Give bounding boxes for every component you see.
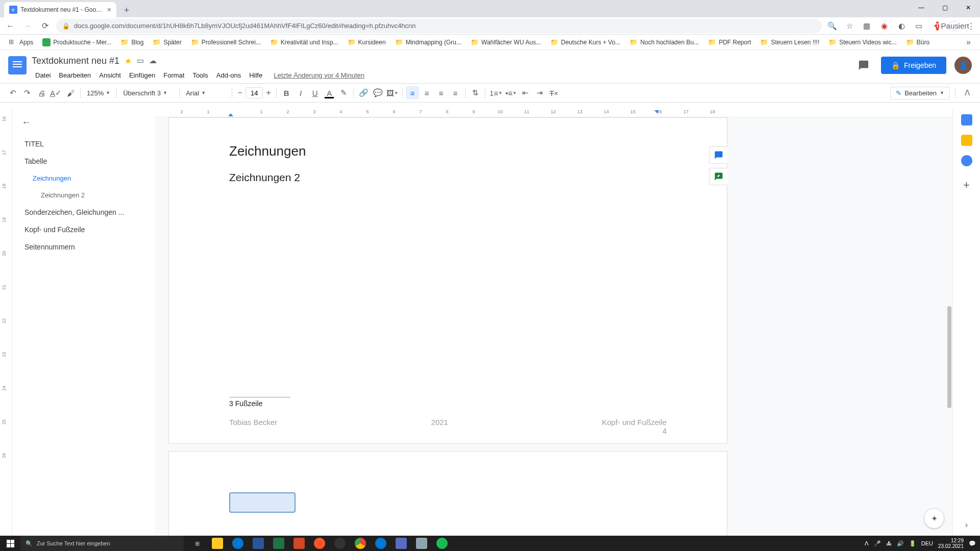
- taskbar-edge-icon[interactable]: [371, 536, 391, 551]
- reload-button[interactable]: ⟳: [39, 20, 51, 32]
- bold-button[interactable]: B: [280, 86, 293, 99]
- align-left-button[interactable]: ≡: [406, 86, 419, 99]
- paragraph-style-select[interactable]: Überschrift 3▼: [120, 86, 176, 99]
- font-size-increase[interactable]: +: [264, 88, 273, 97]
- extension-grey-icon[interactable]: ◐: [896, 21, 906, 31]
- subheading-text[interactable]: Zeichnungen 2: [229, 171, 667, 184]
- align-right-button[interactable]: ≡: [434, 86, 448, 99]
- cast-icon[interactable]: ▭: [914, 21, 924, 31]
- heading-text[interactable]: Zeichnungen: [229, 143, 306, 159]
- taskbar-chrome-icon[interactable]: [350, 536, 371, 551]
- font-size-decrease[interactable]: −: [235, 88, 244, 97]
- bulleted-list-button[interactable]: •≡▼: [504, 86, 518, 99]
- browser-tab[interactable]: ≡ Textdokument neu #1 - Google D ×: [4, 2, 116, 17]
- outline-item[interactable]: Kopf- und Fußzeile: [21, 221, 149, 238]
- undo-button[interactable]: ↶: [6, 86, 19, 99]
- decrease-indent-button[interactable]: ⇤: [519, 86, 532, 99]
- tray-language[interactable]: DEU: [921, 540, 933, 546]
- font-size-value[interactable]: 14: [246, 87, 263, 98]
- menu-format[interactable]: Format: [160, 69, 188, 81]
- tray-network-icon[interactable]: 🖧: [886, 540, 892, 546]
- docs-logo-icon[interactable]: [8, 56, 27, 74]
- outline-item[interactable]: Sonderzeichen, Gleichungen ...: [21, 204, 149, 221]
- tray-battery-icon[interactable]: 🔋: [909, 540, 916, 547]
- bookmark-item[interactable]: Produktsuche - Mer...: [39, 36, 115, 48]
- collapse-toolbar-button[interactable]: ᐱ: [961, 86, 974, 99]
- footer-right-2[interactable]: 4: [663, 427, 667, 435]
- browser-menu-icon[interactable]: ⋮: [966, 21, 976, 31]
- text-color-button[interactable]: A: [323, 86, 336, 99]
- menu-datei[interactable]: Datei: [32, 69, 54, 81]
- taskbar-spotify-icon[interactable]: [432, 536, 452, 551]
- footnote-text[interactable]: 3 Fußzeile: [229, 397, 290, 408]
- document-title[interactable]: Textdokument neu #1: [32, 56, 119, 66]
- close-window-button[interactable]: ✕: [957, 0, 980, 15]
- taskbar-brave-icon[interactable]: [309, 536, 330, 551]
- minimize-button[interactable]: —: [910, 0, 933, 15]
- tray-volume-icon[interactable]: 🔊: [897, 540, 904, 547]
- back-button[interactable]: ←: [4, 20, 16, 32]
- address-bar[interactable]: 🔒 docs.google.com/document/d/1hUH8k6h7Lb…: [56, 19, 822, 33]
- maximize-button[interactable]: ▢: [933, 0, 957, 15]
- add-comment-margin-button[interactable]: [709, 146, 727, 164]
- print-button[interactable]: 🖨: [35, 86, 48, 99]
- taskbar-powerpoint-icon[interactable]: [289, 536, 309, 551]
- increase-indent-button[interactable]: ⇥: [533, 86, 546, 99]
- insert-image-button[interactable]: 🖼▼: [385, 86, 399, 99]
- bookmark-star-icon[interactable]: ☆: [844, 21, 854, 31]
- bookmark-item[interactable]: Kursideen: [344, 36, 389, 48]
- add-addon-button[interactable]: +: [963, 179, 970, 192]
- italic-button[interactable]: I: [294, 86, 307, 99]
- suggest-edit-margin-button[interactable]: [709, 168, 727, 185]
- bookmark-item[interactable]: Mindmapping (Gru...: [391, 36, 465, 48]
- windows-search-box[interactable]: 🔍 Zur Suche Text hier eingeben: [20, 536, 184, 551]
- bookmark-item[interactable]: Kreativität und Insp...: [266, 36, 342, 48]
- footer-right-1[interactable]: Kopf- und Fußzeile: [602, 418, 667, 427]
- bookmarks-overflow-button[interactable]: »: [962, 38, 975, 47]
- line-spacing-button[interactable]: ⇅: [469, 86, 482, 99]
- tray-notifications-icon[interactable]: 💬: [969, 540, 976, 547]
- clear-formatting-button[interactable]: T×: [547, 86, 560, 99]
- menu-ansicht[interactable]: Ansicht: [95, 69, 125, 81]
- calendar-addon-icon[interactable]: [961, 114, 972, 126]
- outline-item[interactable]: TITEL: [21, 135, 149, 153]
- task-view-button[interactable]: ⊞: [187, 536, 207, 551]
- bookmark-item[interactable]: Professionell Schrei...: [187, 36, 264, 48]
- profile-button[interactable]: T Pausiert: [948, 21, 959, 31]
- redo-button[interactable]: ↷: [20, 86, 34, 99]
- star-icon[interactable]: ★: [125, 56, 132, 66]
- user-avatar[interactable]: 👤: [954, 57, 972, 74]
- footer-left[interactable]: Tobias Becker: [229, 418, 277, 435]
- taskbar-word-icon[interactable]: [248, 536, 268, 551]
- bookmark-item[interactable]: Steuern Lesen !!!!: [756, 36, 823, 48]
- tray-clock[interactable]: 12:29 23.02.2021: [938, 538, 964, 549]
- forward-button[interactable]: →: [21, 20, 34, 32]
- tray-chevron-icon[interactable]: ᐱ: [865, 540, 869, 547]
- document-page[interactable]: Zeichnungen Zeichnungen 2 3 Fußzeile Tob…: [168, 117, 727, 444]
- zoom-icon[interactable]: 🔍: [827, 21, 837, 31]
- extension-blocker-icon[interactable]: ◉: [879, 21, 889, 31]
- taskbar-edge-legacy-icon[interactable]: [228, 536, 248, 551]
- bookmark-item[interactable]: Später: [149, 36, 185, 48]
- move-icon[interactable]: ▭: [137, 56, 144, 65]
- start-button[interactable]: [0, 536, 20, 551]
- outline-item[interactable]: Zeichnungen: [21, 170, 149, 187]
- align-center-button[interactable]: ≡: [420, 86, 433, 99]
- indent-right-marker[interactable]: [654, 110, 659, 113]
- last-edit-link[interactable]: Letzte Änderung vor 4 Minuten: [270, 69, 368, 81]
- footer-center[interactable]: 2021: [431, 418, 448, 435]
- taskbar-excel-icon[interactable]: [268, 536, 289, 551]
- close-tab-icon[interactable]: ×: [107, 6, 111, 14]
- menu-einfügen[interactable]: Einfügen: [126, 69, 159, 81]
- menu-tools[interactable]: Tools: [189, 69, 211, 81]
- drawing-shape[interactable]: [229, 492, 296, 513]
- hide-side-panel-button[interactable]: ›: [965, 520, 968, 530]
- editing-mode-select[interactable]: ✎ Bearbeiten ▼: [890, 87, 950, 99]
- font-select[interactable]: Arial▼: [183, 86, 229, 99]
- share-button[interactable]: 🔒 Freigeben: [881, 57, 946, 74]
- keep-addon-icon[interactable]: [961, 135, 972, 146]
- scrollbar-thumb[interactable]: [947, 306, 951, 408]
- spellcheck-button[interactable]: A✓: [49, 86, 63, 99]
- bookmark-item[interactable]: Büro: [902, 36, 933, 48]
- explore-button[interactable]: ✦: [924, 508, 944, 529]
